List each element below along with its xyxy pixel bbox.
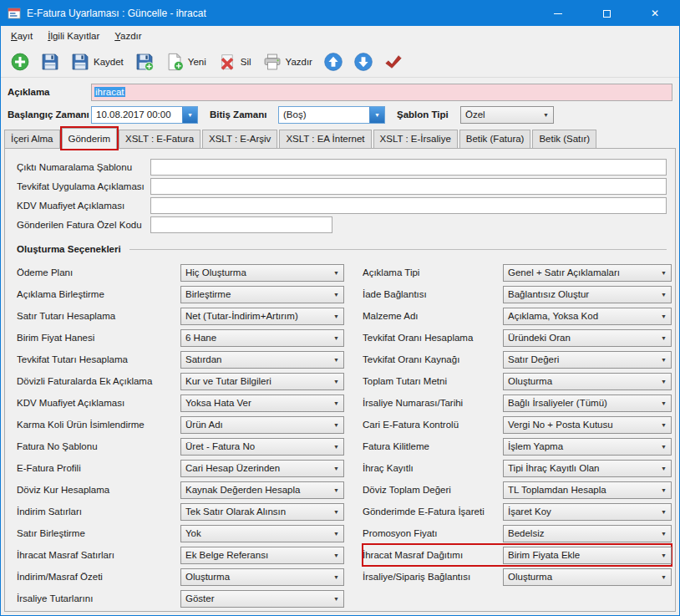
dialog-window: E-Fatura Uyarlaması : Güncelle - ihracat… xyxy=(0,0,680,616)
option-label: İndirim/Masraf Özeti xyxy=(17,572,180,582)
option-dropdown-birim-fiyat-hanesi[interactable]: 6 Hane▼ xyxy=(180,329,344,347)
aciklama-label: Açıklama xyxy=(8,87,91,97)
menu-item-ilgili-kayıtlar[interactable]: İlgili Kayıtlar xyxy=(40,28,107,44)
option-row: İrsaliye Numarası/TarihiBağlı İrsaliyele… xyxy=(363,392,672,414)
option-label: İhracat Masraf Satırları xyxy=(17,550,180,560)
chevron-down-icon: ▼ xyxy=(661,552,667,558)
save-new-button[interactable] xyxy=(135,53,154,71)
new-document-icon xyxy=(165,53,184,71)
option-dropdown-tevkifat-oranı-kaynağı[interactable]: Satır Değeri▼ xyxy=(503,351,672,369)
option-dropdown-ihraç-kayıtlı[interactable]: Tipi İhraç Kayıtlı Olan▼ xyxy=(503,460,672,477)
option-dropdown-irsaliye-sipariş-bağlantısı[interactable]: Oluşturma▼ xyxy=(503,568,672,586)
combo-value: Vergi No + Posta Kutusu xyxy=(508,420,613,430)
option-row: KDV Muafiyet AçıklamasıYoksa Hata Ver▼ xyxy=(17,392,344,414)
close-button[interactable]: ✕ xyxy=(631,1,679,26)
option-row: Tevkifat Oranı HesaplamaÜründeki Oran▼ xyxy=(363,327,672,349)
window-title: E-Fatura Uyarlaması : Güncelle - ihracat xyxy=(27,8,534,19)
sil-button[interactable]: Sil xyxy=(218,53,251,71)
option-dropdown-tevkifat-tutarı-hesaplama[interactable]: Satırdan▼ xyxy=(180,351,344,369)
sablon-dropdown[interactable]: Özel ▼ xyxy=(460,106,554,124)
option-dropdown-irsaliye-tutarlarını[interactable]: Göster▼ xyxy=(180,590,344,608)
baslangic-label: Başlangıç Zamanı xyxy=(8,109,91,120)
baslangic-dropdown[interactable]: 10.08.2017 00:00 ▼ xyxy=(91,106,198,124)
option-row: Promosyon FiyatıBedelsiz▼ xyxy=(363,522,672,544)
tab-panel: Çıktı Numaralama ŞablonuTevkifat Uygulam… xyxy=(4,148,676,612)
save-button[interactable] xyxy=(41,53,59,71)
option-dropdown-gönderimde-e-fatura-işareti[interactable]: İşaret Koy▼ xyxy=(503,503,672,521)
option-dropdown-karma-koli-ürün-isimlendirme[interactable]: Ürün Adı▼ xyxy=(180,416,344,434)
option-dropdown-satır-birleştirme[interactable]: Yok▼ xyxy=(180,525,344,542)
aciklama-input[interactable]: ihracat xyxy=(91,84,672,101)
delete-icon xyxy=(218,53,236,71)
option-dropdown-promosyon-fiyatı[interactable]: Bedelsiz▼ xyxy=(503,525,672,542)
chevron-down-icon: ▼ xyxy=(333,552,339,558)
apply-button[interactable] xyxy=(384,53,403,71)
header-form: Açıklama ihracat Başlangıç Zamanı 10.08.… xyxy=(1,78,679,126)
tab-xslt-ea-internet[interactable]: XSLT : EA İnternet xyxy=(279,130,371,148)
option-dropdown-ödeme-planı[interactable]: Hiç Oluşturma▼ xyxy=(180,264,344,282)
add-button[interactable] xyxy=(11,53,29,71)
option-dropdown-döviz-toplam-değeri[interactable]: TL Toplamdan Hesapla▼ xyxy=(503,481,672,499)
option-row: Açıklama TipiGenel + Satır Açıklamaları▼ xyxy=(363,262,672,283)
options-grid: Ödeme PlanıHiç Oluşturma▼Açıklama Birleş… xyxy=(5,260,675,609)
option-label: İrsaliye Numarası/Tarihi xyxy=(363,398,503,408)
chevron-down-icon: ▼ xyxy=(661,422,667,428)
kaydet-button[interactable]: Kaydet xyxy=(71,53,124,71)
tab-betik-satır[interactable]: Betik (Satır) xyxy=(532,130,596,148)
option-label: Tevkifat Oranı Hesaplama xyxy=(363,333,503,343)
option-dropdown-toplam-tutarı-metni[interactable]: Oluşturma▼ xyxy=(503,373,672,390)
option-dropdown-e-fatura-profili[interactable]: Cari Hesap Üzerinden▼ xyxy=(180,460,344,477)
combo-value: Satır Değeri xyxy=(508,354,559,364)
option-dropdown-fatura-kilitleme[interactable]: İşlem Yapma▼ xyxy=(503,438,672,456)
option-row: Birim Fiyat Hanesi6 Hane▼ xyxy=(17,327,344,349)
option-row: Dövizli Faturalarda Ek AçıklamaKur ve Tu… xyxy=(17,370,344,392)
option-dropdown-fatura-no-şablonu[interactable]: Üret - Fatura No▼ xyxy=(180,438,344,456)
yazdir-button[interactable]: Yazdır xyxy=(263,53,312,71)
move-up-button[interactable] xyxy=(324,53,343,71)
minimize-button[interactable] xyxy=(534,1,582,26)
chevron-down-icon: ▼ xyxy=(333,313,339,319)
option-dropdown-indirim-masraf-özeti[interactable]: Oluşturma▼ xyxy=(180,568,344,586)
option-dropdown-açıklama-birleştirme[interactable]: Birleştirme▼ xyxy=(180,286,344,303)
tab-xslt-e-arşiv[interactable]: XSLT : E-Arşiv xyxy=(202,130,277,148)
tab-xslt-e-fatura[interactable]: XSLT : E-Fatura xyxy=(119,130,200,148)
option-dropdown-açıklama-tipi[interactable]: Genel + Satır Açıklamaları▼ xyxy=(503,264,672,282)
option-row: Fatura Kilitlemeİşlem Yapma▼ xyxy=(363,435,672,457)
move-down-button[interactable] xyxy=(354,53,373,71)
tab-betik-fatura[interactable]: Betik (Fatura) xyxy=(459,130,531,148)
sablon-label: Şablon Tipi xyxy=(397,109,460,120)
menu-item-yazdır[interactable]: Yazdır xyxy=(107,28,149,44)
option-dropdown-döviz-kur-hesaplama[interactable]: Kaynak Değerden Hesapla▼ xyxy=(180,481,344,499)
option-dropdown-ihracat-masraf-satırları[interactable]: Ek Belge Referansı▼ xyxy=(180,547,344,564)
maximize-button[interactable] xyxy=(582,1,631,26)
option-dropdown-satır-tutarı-hesaplama[interactable]: Net (Tutar-İndirim+Artırım)▼ xyxy=(180,308,344,325)
option-dropdown-malzeme-adı[interactable]: Açıklama, Yoksa Kod▼ xyxy=(503,308,672,325)
option-dropdown-dövizli-faturalarda-ek-açıklama[interactable]: Kur ve Tutar Bilgileri▼ xyxy=(180,373,344,390)
combo-value: Göster xyxy=(185,593,215,603)
option-row: Cari E-Fatura KontrolüVergi No + Posta K… xyxy=(363,414,672,435)
titlebar: E-Fatura Uyarlaması : Güncelle - ihracat… xyxy=(1,1,679,26)
option-dropdown-irsaliye-numarası-tarihi[interactable]: Bağlı İrsaliyeler (Tümü)▼ xyxy=(503,395,672,412)
minimize-icon xyxy=(554,13,562,14)
option-row: İrsaliye TutarlarınıGöster▼ xyxy=(17,588,344,609)
option-dropdown-cari-e-fatura-kontrolü[interactable]: Vergi No + Posta Kutusu▼ xyxy=(503,416,672,434)
app-icon xyxy=(8,7,21,20)
tab-xslt-e-irsaliye[interactable]: XSLT : E-İrsaliye xyxy=(373,130,458,148)
option-dropdown-kdv-muafiyet-açıklaması[interactable]: Yoksa Hata Ver▼ xyxy=(180,395,344,412)
text-field-input-çıktı-numaralama-şablonu[interactable] xyxy=(150,159,667,176)
bitis-dropdown[interactable]: (Boş) ▼ xyxy=(278,106,385,124)
option-dropdown-iade-bağlantısı[interactable]: Bağlantısız Oluştur▼ xyxy=(503,286,672,303)
text-field-input-gönderilen-fatura-özel-kodu[interactable] xyxy=(150,216,332,233)
text-field-input-tevkifat-uygulama-açıklaması[interactable] xyxy=(150,178,667,195)
text-field-input-kdv-muafiyet-açıklaması[interactable] xyxy=(150,197,667,214)
text-field-label: Çıktı Numaralama Şablonu xyxy=(17,162,150,172)
option-row: Toplam Tutarı MetniOluşturma▼ xyxy=(363,370,672,392)
option-dropdown-indirim-satırları[interactable]: Tek Satır Olarak Alınsın▼ xyxy=(180,503,344,521)
menu-item-kayıt[interactable]: Kayıt xyxy=(3,28,40,44)
yeni-button[interactable]: Yeni xyxy=(165,53,206,71)
option-dropdown-ihracat-masraf-dağıtımı[interactable]: Birim Fiyata Ekle▼ xyxy=(503,547,672,564)
combo-value: Üret - Fatura No xyxy=(185,441,255,451)
tab-gönderim[interactable]: Gönderim xyxy=(62,128,118,149)
tab-içeri-alma[interactable]: İçeri Alma xyxy=(4,130,60,148)
option-dropdown-tevkifat-oranı-hesaplama[interactable]: Üründeki Oran▼ xyxy=(503,329,672,347)
